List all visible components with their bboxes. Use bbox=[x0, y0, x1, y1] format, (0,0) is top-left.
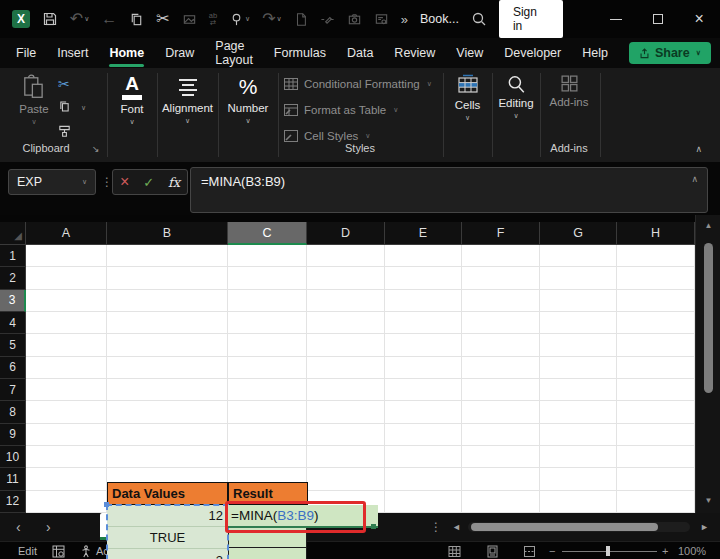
col-header-h[interactable]: H bbox=[617, 222, 695, 245]
vertical-scrollbar[interactable]: ▲ ▼ bbox=[695, 215, 720, 513]
page-layout-view-icon[interactable] bbox=[486, 542, 499, 559]
row-header-7[interactable]: 7 bbox=[0, 379, 26, 401]
col-header-d[interactable]: D bbox=[307, 222, 385, 245]
minimize-button[interactable] bbox=[601, 0, 631, 38]
back-icon[interactable]: ← bbox=[101, 11, 117, 27]
cell-b5[interactable]: 3 bbox=[107, 549, 228, 559]
clipboard-dialog-launcher[interactable]: ↘ bbox=[92, 144, 100, 154]
col-header-a[interactable]: A bbox=[26, 222, 107, 245]
name-box[interactable]: EXP ∨ bbox=[8, 169, 96, 195]
sign-in-button[interactable]: Sign in bbox=[499, 0, 563, 38]
zoom-out-button[interactable]: − bbox=[549, 542, 555, 559]
search-icon[interactable] bbox=[471, 11, 487, 27]
formula-input[interactable]: =MINA(B3:B9) ∧ bbox=[190, 167, 708, 213]
insert-function-icon[interactable]: fx bbox=[168, 175, 180, 190]
hscroll-right-icon[interactable]: ► bbox=[700, 513, 709, 541]
picture-icon[interactable] bbox=[182, 12, 197, 27]
touch-mouse-mode-icon[interactable]: ∨ bbox=[229, 12, 250, 27]
col-header-b[interactable]: B bbox=[107, 222, 228, 245]
row-header-1[interactable]: 1 bbox=[0, 245, 26, 267]
undo-icon[interactable]: ↶∨ bbox=[70, 11, 90, 27]
share-button[interactable]: Share ∨ bbox=[629, 42, 711, 64]
normal-view-icon[interactable] bbox=[448, 542, 461, 559]
zoom-in-button[interactable]: + bbox=[662, 542, 668, 559]
col-header-e[interactable]: E bbox=[385, 222, 462, 245]
close-button[interactable]: × bbox=[684, 0, 714, 38]
addins-button[interactable]: Add-ins bbox=[540, 74, 598, 108]
col-header-f[interactable]: F bbox=[462, 222, 540, 245]
tab-data[interactable]: Data bbox=[347, 46, 373, 60]
tab-help[interactable]: Help bbox=[582, 46, 608, 60]
select-all-button[interactable]: ◢ bbox=[0, 222, 26, 245]
row-header-2[interactable]: 2 bbox=[0, 267, 26, 289]
number-group-button[interactable]: % Number ∨ bbox=[218, 74, 278, 125]
excel-logo-icon[interactable]: X bbox=[12, 10, 30, 28]
editing-group-button[interactable]: Editing ∨ bbox=[492, 74, 540, 120]
horizontal-scrollbar[interactable] bbox=[468, 522, 690, 532]
cell-c4[interactable] bbox=[228, 526, 307, 548]
row-header-5[interactable]: 5 bbox=[0, 334, 26, 356]
new-file-icon[interactable] bbox=[294, 12, 308, 27]
collapse-formula-bar-icon[interactable]: ∧ bbox=[691, 174, 698, 184]
fill-handle[interactable] bbox=[371, 524, 376, 529]
row-header-4[interactable]: 4 bbox=[0, 312, 26, 334]
cell-c2[interactable]: Result bbox=[228, 482, 308, 505]
row-header-6[interactable]: 6 bbox=[0, 357, 26, 379]
scroll-up-icon[interactable]: ▲ bbox=[696, 221, 720, 230]
copy-button[interactable] bbox=[58, 100, 71, 113]
row-header-10[interactable]: 10 bbox=[0, 446, 26, 468]
cells-canvas[interactable] bbox=[26, 245, 695, 513]
cut-button[interactable]: ✂ bbox=[58, 76, 70, 92]
tab-insert[interactable]: Insert bbox=[57, 46, 88, 60]
signature-icon[interactable] bbox=[374, 12, 389, 27]
accessibility-icon[interactable] bbox=[80, 542, 92, 559]
tab-draw[interactable]: Draw bbox=[165, 46, 194, 60]
page-break-view-icon[interactable] bbox=[523, 542, 536, 559]
scroll-down-icon[interactable]: ▼ bbox=[696, 496, 720, 505]
draw-tool-icon[interactable] bbox=[320, 12, 335, 27]
next-sheet-icon[interactable]: › bbox=[46, 513, 51, 541]
cell-b2[interactable]: Data Values bbox=[107, 482, 228, 505]
zoom-slider-thumb[interactable] bbox=[606, 546, 610, 556]
row-header-8[interactable]: 8 bbox=[0, 401, 26, 423]
active-cell-edit-c3[interactable]: =MINA(B3:B9) bbox=[228, 505, 378, 528]
hscroll-left-icon[interactable]: ◄ bbox=[452, 513, 461, 541]
cell-styles-button[interactable]: Cell Styles∨ bbox=[284, 130, 370, 142]
row-header-9[interactable]: 9 bbox=[0, 424, 26, 446]
copy-dropdown[interactable]: ∨ bbox=[81, 104, 86, 112]
format-as-table-button[interactable]: Format as Table∨ bbox=[284, 104, 398, 116]
tab-developer[interactable]: Developer bbox=[504, 46, 561, 60]
format-painter-button[interactable] bbox=[57, 124, 72, 139]
sheetbar-drag-dots[interactable]: ⋮ bbox=[430, 513, 442, 541]
cells-group-button[interactable]: Cells ∨ bbox=[443, 74, 492, 122]
name-box-dropdown-icon[interactable]: ∨ bbox=[82, 178, 87, 186]
col-header-g[interactable]: G bbox=[540, 222, 617, 245]
row-header-3[interactable]: 3 bbox=[0, 290, 26, 312]
cancel-icon[interactable]: × bbox=[120, 174, 129, 190]
enter-icon[interactable]: ✓ bbox=[143, 176, 154, 189]
vertical-scroll-thumb[interactable] bbox=[704, 243, 713, 393]
more-commands-icon[interactable]: » bbox=[401, 12, 408, 27]
conditional-formatting-button[interactable]: Conditional Formatting∨ bbox=[284, 78, 432, 90]
collapse-ribbon-icon[interactable]: ∧ bbox=[695, 144, 702, 154]
paste-button[interactable]: Paste ∨ bbox=[12, 74, 56, 126]
maximize-button[interactable] bbox=[643, 0, 673, 38]
tab-home[interactable]: Home bbox=[109, 46, 144, 60]
horizontal-scroll-thumb[interactable] bbox=[471, 523, 658, 531]
cut-icon[interactable]: ✂ bbox=[156, 11, 169, 27]
cell-c5[interactable] bbox=[228, 547, 307, 559]
row-header-11[interactable]: 11 bbox=[0, 468, 26, 490]
font-group-button[interactable]: A Font ∨ bbox=[107, 74, 157, 126]
zoom-level[interactable]: 100% bbox=[678, 542, 706, 559]
cell-b3[interactable]: 12 bbox=[107, 505, 228, 527]
find-replace-icon[interactable]: ab⇄ bbox=[209, 12, 217, 27]
row-header-12[interactable]: 12 bbox=[0, 491, 26, 513]
tab-review[interactable]: Review bbox=[394, 46, 435, 60]
redo-icon[interactable]: ↷∨ bbox=[262, 11, 282, 27]
col-header-c[interactable]: C bbox=[228, 222, 307, 245]
alignment-group-button[interactable]: Alignment ∨ bbox=[157, 74, 218, 125]
tab-file[interactable]: File bbox=[16, 46, 36, 60]
macro-record-icon[interactable] bbox=[52, 542, 65, 559]
prev-sheet-icon[interactable]: ‹ bbox=[16, 513, 21, 541]
cell-b4[interactable]: TRUE bbox=[107, 527, 228, 549]
